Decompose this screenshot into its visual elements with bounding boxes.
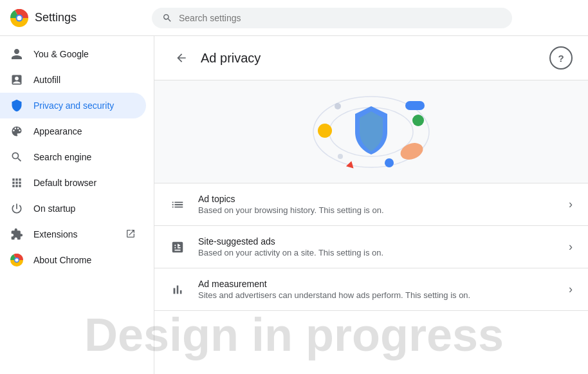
chrome-logo-icon <box>10 9 28 27</box>
person-icon <box>10 48 23 61</box>
svg-point-14 <box>385 158 394 167</box>
help-icon: ? <box>558 53 564 64</box>
sidebar-label-browser: Default browser <box>33 178 96 188</box>
site-ads-title: Site-suggested ads <box>198 236 556 247</box>
sidebar-label-autofill: Autofill <box>33 75 60 85</box>
sidebar-label-about: About Chrome <box>33 255 91 265</box>
sidebar-item-you-google[interactable]: You & Google <box>0 41 146 67</box>
sidebar-label-extensions: Extensions <box>33 229 77 239</box>
appearance-icon <box>10 125 23 138</box>
puzzle-icon <box>10 228 23 241</box>
svg-point-17 <box>338 154 343 159</box>
main-content: Ad privacy ? <box>154 36 588 374</box>
app-title: Settings <box>35 11 77 24</box>
about-chrome-icon <box>10 254 23 266</box>
svg-point-16 <box>335 103 341 109</box>
page-header: Ad privacy ? <box>154 36 588 80</box>
svg-point-7 <box>15 259 19 262</box>
body-area: You & Google Autofill Privacy and securi… <box>0 36 588 374</box>
hero-area <box>154 80 588 183</box>
ad-measurement-title: Ad measurement <box>198 279 556 289</box>
sidebar: You & Google Autofill Privacy and securi… <box>0 36 154 374</box>
ad-measurement-text: Ad measurement Sites and advertisers can… <box>198 279 556 300</box>
power-icon <box>10 202 23 215</box>
app-header: Settings <box>0 0 588 36</box>
help-button[interactable]: ? <box>549 46 573 70</box>
ad-measurement-desc: Sites and advertisers can understand how… <box>198 290 556 300</box>
ad-topics-icon <box>170 197 185 212</box>
settings-item-site-ads[interactable]: Site-suggested ads Based on your activit… <box>154 226 588 268</box>
back-button[interactable] <box>170 46 193 70</box>
browser-icon <box>10 176 23 189</box>
svg-point-11 <box>412 115 424 126</box>
sidebar-item-autofill[interactable]: Autofill <box>0 67 146 93</box>
external-link-icon <box>125 229 136 241</box>
ad-topics-desc: Based on your browsing history. This set… <box>198 205 556 215</box>
autofill-icon <box>10 73 23 86</box>
sidebar-item-privacy-security[interactable]: Privacy and security <box>0 93 146 118</box>
settings-list: Ad topics Based on your browsing history… <box>154 183 588 311</box>
sidebar-item-extensions[interactable]: Extensions <box>0 221 146 247</box>
search-engine-icon <box>10 151 23 164</box>
sidebar-label-appearance: Appearance <box>33 126 82 136</box>
svg-point-12 <box>318 124 332 138</box>
ad-privacy-illustration <box>294 87 448 177</box>
ad-topics-chevron: › <box>569 198 573 211</box>
svg-point-4 <box>17 15 22 20</box>
sidebar-label-you-google: You & Google <box>33 49 89 59</box>
sidebar-item-search-engine[interactable]: Search engine <box>0 144 146 170</box>
search-icon <box>162 13 172 23</box>
sidebar-item-on-startup[interactable]: On startup <box>0 196 146 221</box>
page-title: Ad privacy <box>201 51 542 66</box>
sidebar-label-startup: On startup <box>33 203 75 214</box>
site-ads-chevron: › <box>569 240 573 254</box>
shield-icon <box>10 99 23 112</box>
settings-item-ad-measurement[interactable]: Ad measurement Sites and advertisers can… <box>154 268 588 311</box>
sidebar-label-search: Search engine <box>33 152 91 162</box>
settings-item-ad-topics[interactable]: Ad topics Based on your browsing history… <box>154 183 588 226</box>
sidebar-label-privacy: Privacy and security <box>33 100 114 111</box>
sidebar-item-appearance[interactable]: Appearance <box>0 118 146 144</box>
sidebar-item-about-chrome[interactable]: About Chrome <box>0 247 146 273</box>
ad-measurement-chevron: › <box>569 283 573 296</box>
site-ads-text: Site-suggested ads Based on your activit… <box>198 236 556 257</box>
ad-topics-text: Ad topics Based on your browsing history… <box>198 194 556 215</box>
site-ads-desc: Based on your activity on a site. This s… <box>198 248 556 257</box>
ad-topics-title: Ad topics <box>198 194 556 204</box>
logo-area: Settings <box>10 9 152 27</box>
chart-icon <box>170 282 185 297</box>
site-ads-icon <box>170 239 185 255</box>
search-bar[interactable] <box>152 8 512 28</box>
svg-point-13 <box>398 140 425 162</box>
search-input[interactable] <box>179 13 502 23</box>
sidebar-item-default-browser[interactable]: Default browser <box>0 170 146 196</box>
svg-rect-10 <box>405 101 425 110</box>
